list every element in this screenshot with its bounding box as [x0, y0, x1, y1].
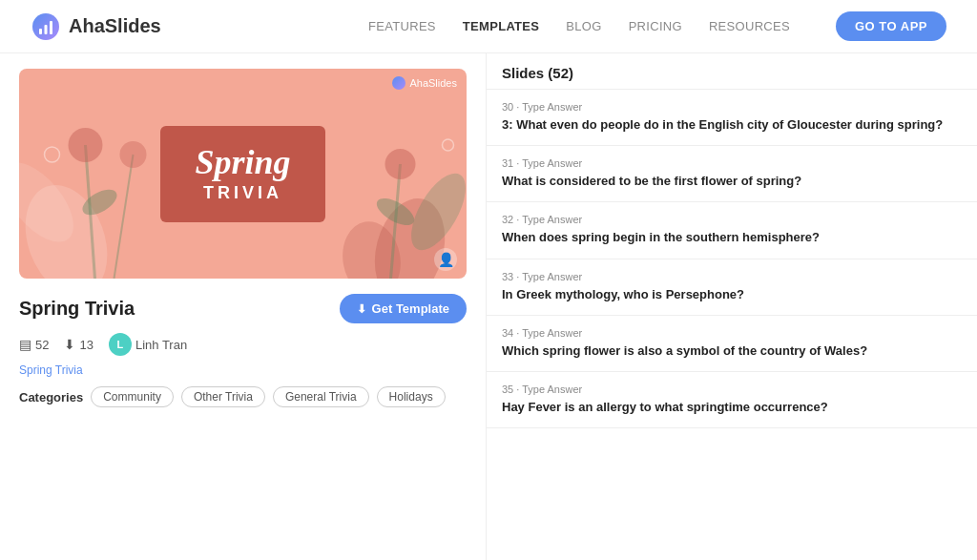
author-item: L Linh Tran [109, 333, 187, 356]
slide-item: 34 · Type AnswerWhich spring flower is a… [487, 316, 977, 372]
svg-line-10 [114, 155, 134, 279]
slide-type: 31 · Type Answer [502, 157, 962, 169]
svg-point-14 [385, 149, 416, 179]
breadcrumb[interactable]: Spring Trivia [19, 363, 467, 377]
nav-pricing[interactable]: PRICING [629, 19, 682, 33]
logo-text: AhaSlides [69, 15, 161, 37]
slides-icon: ▤ [19, 337, 31, 352]
category-tag-other-trivia[interactable]: Other Trivia [181, 386, 265, 407]
slide-type: 35 · Type Answer [502, 384, 962, 395]
slide-item: 32 · Type AnswerWhen does spring begin i… [487, 202, 977, 259]
slide-item: 35 · Type AnswerHay Fever is an allergy … [487, 372, 977, 428]
category-tag-holidays[interactable]: Holidays [377, 386, 446, 407]
category-tag-community[interactable]: Community [91, 386, 174, 407]
template-title: Spring Trivia [19, 298, 135, 320]
svg-point-18 [443, 139, 454, 151]
author-avatar: L [109, 333, 132, 356]
get-template-label: Get Template [372, 301, 449, 316]
slides-count: 52 [35, 338, 49, 352]
title-row: Spring Trivia ⬇ Get Template [19, 294, 467, 323]
thumbnail-user-icon: 👤 [434, 248, 457, 271]
thumbnail-script-title: Spring [195, 145, 290, 179]
thumbnail-logo-icon [392, 76, 405, 90]
slides-list: 30 · Type Answer3: What even do people d… [487, 90, 977, 560]
downloads-count: 13 [79, 338, 93, 352]
nav-features[interactable]: FEATURES [368, 19, 436, 33]
slide-type: 33 · Type Answer [502, 271, 962, 282]
slide-item: 31 · Type AnswerWhat is considered to be… [487, 146, 977, 202]
slide-question: What is considered to be the first flowe… [502, 173, 962, 190]
right-panel: Slides (52) 30 · Type Answer3: What even… [487, 53, 977, 560]
meta-row: ▤ 52 ⬇ 13 L Linh Tran [19, 333, 467, 356]
downloads-count-item: ⬇ 13 [64, 337, 93, 352]
slide-item: 30 · Type Answer3: What even do people d… [487, 90, 977, 146]
categories-label: Categories [19, 390, 83, 404]
download-icon: ⬇ [357, 302, 366, 316]
slide-question: 3: What even do people do in the English… [502, 116, 962, 134]
slides-header: Slides (52) [487, 53, 977, 90]
slide-type: 30 · Type Answer [502, 101, 962, 113]
main-content: AhaSlides Spring TRIVIA 👤 Spring Trivia … [0, 53, 977, 560]
slide-item: 33 · Type AnswerIn Greek mythology, who … [487, 259, 977, 316]
svg-point-17 [45, 147, 60, 162]
left-panel: AhaSlides Spring TRIVIA 👤 Spring Trivia … [0, 53, 487, 560]
slide-type: 34 · Type Answer [502, 327, 962, 339]
nav-blog[interactable]: BLOG [566, 19, 601, 33]
svg-rect-3 [50, 21, 52, 34]
slide-question: Hay Fever is an allergy to what springti… [502, 399, 962, 416]
thumbnail-logo: AhaSlides [392, 76, 457, 90]
nav-links: FEATURES TEMPLATES BLOG PRICING RESOURCE… [368, 11, 946, 41]
slides-count-item: ▤ 52 [19, 337, 49, 352]
slide-question: Which spring flower is also a symbol of … [502, 342, 962, 360]
thumbnail-logo-text: AhaSlides [409, 77, 457, 89]
svg-rect-2 [45, 25, 48, 34]
category-tag-general-trivia[interactable]: General Trivia [273, 386, 369, 407]
go-to-app-button[interactable]: GO TO APP [836, 11, 946, 41]
svg-point-13 [120, 141, 147, 168]
svg-rect-1 [39, 29, 42, 34]
slide-question: When does spring begin in the southern h… [502, 229, 962, 246]
nav-resources[interactable]: RESOURCES [709, 19, 790, 33]
slide-question: In Greek mythology, who is Persephone? [502, 286, 962, 303]
author-name: Linh Tran [135, 338, 187, 352]
downloads-icon: ⬇ [64, 337, 75, 352]
svg-point-12 [69, 128, 103, 162]
get-template-button[interactable]: ⬇ Get Template [340, 294, 467, 323]
categories-row: Categories Community Other Trivia Genera… [19, 386, 467, 407]
navbar: AhaSlides FEATURES TEMPLATES BLOG PRICIN… [0, 0, 977, 53]
thumbnail-center-card: Spring TRIVIA [160, 126, 324, 222]
thumbnail-sub-title: TRIVIA [195, 183, 290, 203]
nav-templates[interactable]: TEMPLATES [463, 19, 539, 33]
slide-type: 32 · Type Answer [502, 214, 962, 225]
logo-icon [31, 11, 61, 42]
logo[interactable]: AhaSlides [31, 11, 161, 42]
template-thumbnail: AhaSlides Spring TRIVIA 👤 [19, 69, 467, 279]
